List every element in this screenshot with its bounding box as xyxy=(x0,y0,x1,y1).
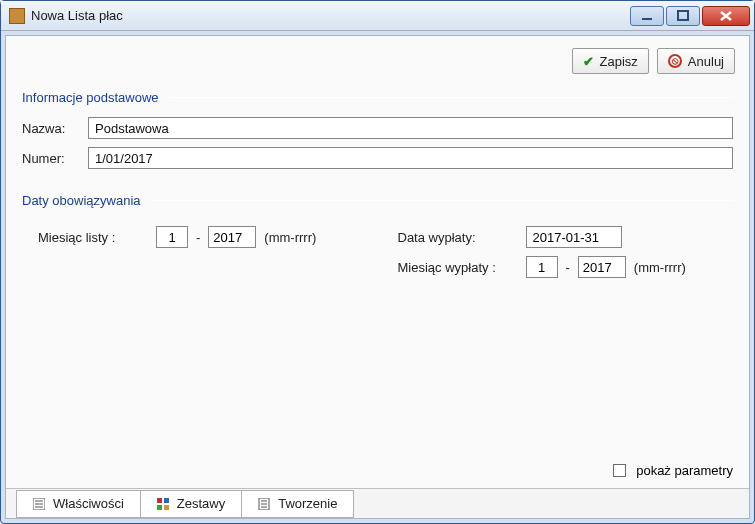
window-controls xyxy=(630,6,750,26)
dates-right-col: Data wypłaty: Miesiąc wypłaty : - (mm-rr… xyxy=(398,226,718,286)
show-params-row: pokaż parametry xyxy=(6,463,749,488)
close-button[interactable] xyxy=(702,6,750,26)
tab-properties-label: Właściwości xyxy=(53,496,124,511)
cancel-button[interactable]: ⦸ Anuluj xyxy=(657,48,735,74)
svg-rect-8 xyxy=(157,505,162,510)
tab-sets[interactable]: Zestawy xyxy=(140,490,242,518)
top-actions: ✔ Zapisz ⦸ Anuluj xyxy=(6,36,749,84)
dates-legend-text: Daty obowiązywania xyxy=(22,193,141,208)
list-month-label: Miesiąc listy : xyxy=(38,230,148,245)
tab-creation[interactable]: Tworzenie xyxy=(241,490,354,518)
number-input[interactable] xyxy=(88,147,733,169)
payout-month-label: Miesiąc wypłaty : xyxy=(398,260,518,275)
dash-separator: - xyxy=(196,230,200,245)
payout-month-mm-input[interactable] xyxy=(526,256,558,278)
name-label: Nazwa: xyxy=(22,121,80,136)
tab-strip: Właściwości Zestawy Tworzenie xyxy=(6,488,749,518)
payout-month-yyyy-input[interactable] xyxy=(578,256,626,278)
divider xyxy=(169,97,733,98)
cancel-button-label: Anuluj xyxy=(688,54,724,69)
window-title: Nowa Lista płac xyxy=(31,8,630,23)
checkmark-icon: ✔ xyxy=(583,54,594,69)
minimize-button[interactable] xyxy=(630,6,664,26)
show-params-label: pokaż parametry xyxy=(636,463,733,478)
save-button[interactable]: ✔ Zapisz xyxy=(572,48,649,74)
dates-left-col: Miesiąc listy : - (mm-rrrr) xyxy=(38,226,358,286)
maximize-button[interactable] xyxy=(666,6,700,26)
list-month-mm-input[interactable] xyxy=(156,226,188,248)
tab-creation-label: Tworzenie xyxy=(278,496,337,511)
payout-date-label: Data wypłaty: xyxy=(398,230,518,245)
payout-date-input[interactable] xyxy=(526,226,622,248)
client-area: ✔ Zapisz ⦸ Anuluj Informacje podstawowe … xyxy=(5,35,750,519)
name-input[interactable] xyxy=(88,117,733,139)
basic-info-legend: Informacje podstawowe xyxy=(22,90,733,105)
tab-sets-label: Zestawy xyxy=(177,496,225,511)
dash-separator: - xyxy=(566,260,570,275)
titlebar[interactable]: Nowa Lista płac xyxy=(1,1,754,31)
flex-spacer xyxy=(6,302,749,463)
divider xyxy=(151,200,733,201)
list-month-yyyy-input[interactable] xyxy=(208,226,256,248)
payout-month-format-hint: (mm-rrrr) xyxy=(634,260,686,275)
svg-rect-7 xyxy=(164,498,169,503)
dates-section: Daty obowiązywania Miesiąc listy : - (mm… xyxy=(6,187,749,302)
dates-legend: Daty obowiązywania xyxy=(22,193,733,208)
properties-icon xyxy=(33,498,45,510)
svg-rect-9 xyxy=(164,505,169,510)
save-button-label: Zapisz xyxy=(600,54,638,69)
basic-info-section: Informacje podstawowe Nazwa: Numer: xyxy=(6,84,749,187)
list-month-format-hint: (mm-rrrr) xyxy=(264,230,316,245)
creation-icon xyxy=(258,498,270,510)
show-params-checkbox[interactable] xyxy=(613,464,626,477)
svg-rect-6 xyxy=(157,498,162,503)
svg-rect-1 xyxy=(678,11,688,20)
svg-rect-0 xyxy=(642,18,652,20)
app-icon xyxy=(9,8,25,24)
sets-icon xyxy=(157,498,169,510)
tab-properties[interactable]: Właściwości xyxy=(16,490,141,518)
cancel-icon: ⦸ xyxy=(668,54,682,68)
payroll-dialog: Nowa Lista płac ✔ Zapisz ⦸ Anuluj xyxy=(0,0,755,524)
number-label: Numer: xyxy=(22,151,80,166)
basic-legend-text: Informacje podstawowe xyxy=(22,90,159,105)
